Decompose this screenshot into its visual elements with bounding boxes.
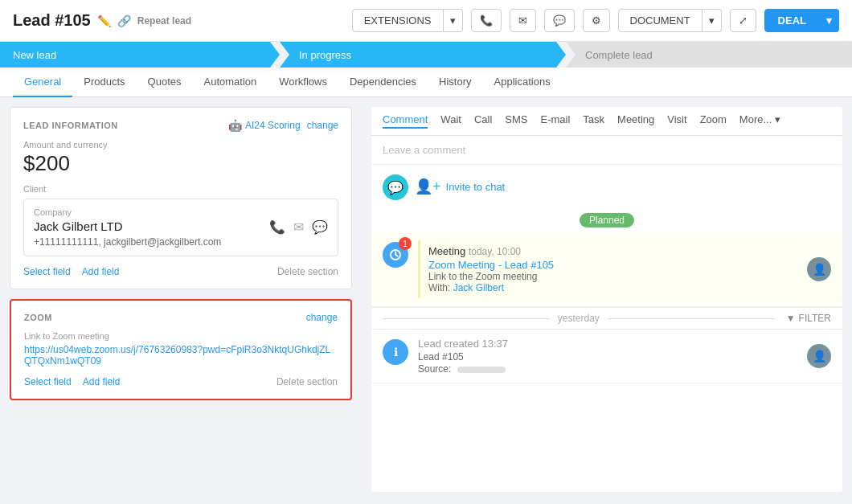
settings-button[interactable]: ⚙ <box>583 9 610 32</box>
activity-tab-email[interactable]: E-mail <box>540 113 570 129</box>
activity-tab-sms[interactable]: SMS <box>505 113 527 129</box>
company-phone-icon[interactable]: 📞 <box>269 219 285 235</box>
document-button[interactable]: DOCUMENT <box>618 9 702 32</box>
filter-button[interactable]: ▼ FILTER <box>786 313 831 324</box>
source-bar <box>457 367 506 373</box>
tab-dependencies[interactable]: Dependencies <box>338 68 428 97</box>
activity-tab-visit[interactable]: Visit <box>667 113 686 129</box>
activity-feed: 💬 👤+ Invite to chat Planned 1 <box>371 165 842 492</box>
client-label: Client <box>23 184 338 194</box>
activity-tab-wait[interactable]: Wait <box>440 113 461 129</box>
tab-workflows[interactable]: Workflows <box>268 68 338 97</box>
left-panel: LEAD INFORMATION 🤖 AI24 Scoring change A… <box>0 97 362 502</box>
planned-separator: Planned <box>371 208 842 232</box>
tab-quotes[interactable]: Quotes <box>137 68 193 97</box>
chat-feed-icon: 💬 <box>383 174 408 200</box>
meeting-meta: Meeting today, 10:00 <box>428 245 789 257</box>
tab-products[interactable]: Products <box>72 68 136 97</box>
zoom-add-field-link[interactable]: Add field <box>83 376 121 387</box>
main-tabs: General Products Quotes Automation Workf… <box>0 68 852 97</box>
activity-tab-more[interactable]: More... ▾ <box>739 113 780 129</box>
lead-created-label: Lead created <box>418 338 479 350</box>
company-email-icon[interactable]: ✉ <box>293 219 304 235</box>
zoom-section: ZOOM change Link to Zoom meeting https:/… <box>10 299 352 400</box>
tab-applications[interactable]: Applications <box>483 68 562 97</box>
source-text: Source: <box>418 363 797 375</box>
progress-inprogress[interactable]: In progress <box>280 42 566 68</box>
zoom-delete-section-link[interactable]: Delete section <box>276 376 338 387</box>
email-button[interactable]: ✉ <box>510 9 536 32</box>
filter-icon: ▼ <box>786 313 796 324</box>
company-chat-icon[interactable]: 💬 <box>312 219 328 235</box>
zoom-change-link[interactable]: change <box>306 312 338 323</box>
invite-chat-item: 💬 👤+ Invite to chat <box>371 165 842 208</box>
activity-tab-task[interactable]: Task <box>583 113 604 129</box>
meeting-time: today, 10:00 <box>469 246 521 257</box>
document-dropdown[interactable]: ▾ <box>702 9 722 32</box>
zoom-select-field-link[interactable]: Select field <box>24 376 72 387</box>
planned-badge: Planned <box>580 213 634 227</box>
lead-created-time: 13:37 <box>482 338 509 350</box>
zoom-section-header: ZOOM change <box>24 312 338 323</box>
amount-label: Amount and currency <box>23 140 338 150</box>
edit-icon[interactable]: ✏️ <box>97 14 111 27</box>
select-field-link[interactable]: Select field <box>23 266 71 277</box>
info-feed-icon: ℹ <box>383 339 408 365</box>
progress-new[interactable]: New lead <box>0 42 280 68</box>
meeting-label: Meeting <box>428 245 465 257</box>
deal-button-group: DEAL ▾ <box>764 9 839 32</box>
meeting-with: With: Jack Gilbert <box>428 282 789 293</box>
lead-title: Lead #105 <box>13 11 91 30</box>
extensions-dropdown[interactable]: ▾ <box>444 9 463 32</box>
activity-tab-call[interactable]: Call <box>474 113 492 129</box>
meeting-feed-item: 1 Meeting today, 10:00 Zoom Meeting - Le… <box>371 232 842 307</box>
delete-section-link[interactable]: Delete section <box>277 266 338 277</box>
deal-dropdown[interactable]: ▾ <box>820 9 839 32</box>
lead-created-meta: Lead created 13:37 <box>418 338 797 350</box>
yesterday-separator: yesterday ▼ FILTER <box>371 307 842 330</box>
section-footer: Select field Add field Delete section <box>23 266 338 277</box>
meeting-icon-wrap: 1 <box>383 240 408 268</box>
meeting-sub1: Link to the Zoom meeting <box>428 271 789 282</box>
section-actions: 🤖 AI24 Scoring change <box>228 119 338 132</box>
tab-automation[interactable]: Automation <box>192 68 268 97</box>
add-field-link[interactable]: Add field <box>82 266 120 277</box>
phone-button[interactable]: 📞 <box>471 9 502 32</box>
chat-button[interactable]: 💬 <box>544 9 575 32</box>
tab-general[interactable]: General <box>13 68 72 97</box>
lead-info-change-link[interactable]: change <box>307 120 338 131</box>
comment-area[interactable]: Leave a comment <box>371 136 842 165</box>
invite-plus-icon: 👤+ <box>415 178 441 195</box>
scoring-label[interactable]: AI24 Scoring <box>245 120 301 131</box>
meeting-person[interactable]: Jack Gilbert <box>453 282 504 293</box>
section-title: LEAD INFORMATION <box>23 121 118 130</box>
header: Lead #105 ✏️ 🔗 Repeat lead EXTENSIONS ▾ … <box>0 0 852 42</box>
lead-info-section: LEAD INFORMATION 🤖 AI24 Scoring change A… <box>10 107 352 289</box>
company-contact: +11111111111, jackgilbert@jackgilbert.co… <box>34 236 221 248</box>
meeting-link[interactable]: Zoom Meeting - Lead #105 <box>428 259 554 271</box>
link-icon[interactable]: 🔗 <box>117 14 131 27</box>
footer-links: Select field Add field <box>23 266 119 277</box>
deal-button[interactable]: DEAL <box>764 9 820 32</box>
lead-number-text: Lead #105 <box>418 351 797 363</box>
tab-history[interactable]: History <box>428 68 482 97</box>
activity-tab-zoom[interactable]: Zoom <box>700 113 727 129</box>
invite-chat-link[interactable]: Invite to chat <box>446 181 506 193</box>
company-name: Jack Gilbert LTD <box>34 219 221 233</box>
activity-tab-comment[interactable]: Comment <box>383 113 428 129</box>
document-button-group: DOCUMENT ▾ <box>618 9 722 32</box>
lead-title-group: Lead #105 ✏️ 🔗 Repeat lead <box>13 11 191 30</box>
company-icons: 📞 ✉ 💬 <box>269 219 328 235</box>
yesterday-label: yesterday <box>550 313 608 324</box>
extensions-button-group: EXTENSIONS ▾ <box>352 9 463 32</box>
sep-line-left <box>383 318 550 319</box>
progress-complete[interactable]: Complete lead <box>566 42 852 68</box>
filter-label: FILTER <box>799 313 831 324</box>
activity-tab-meeting[interactable]: Meeting <box>617 113 654 129</box>
zoom-link-value: https://us04web.zoom.us/j/76763260983?pw… <box>24 344 338 367</box>
right-panel: Comment Wait Call SMS E-mail Task Meetin… <box>362 97 852 502</box>
repeat-lead-label: Repeat lead <box>137 15 191 27</box>
expand-button[interactable]: ⤢ <box>730 9 756 32</box>
feed-avatar-meeting: 👤 <box>807 257 831 281</box>
extensions-button[interactable]: EXTENSIONS <box>352 9 444 32</box>
